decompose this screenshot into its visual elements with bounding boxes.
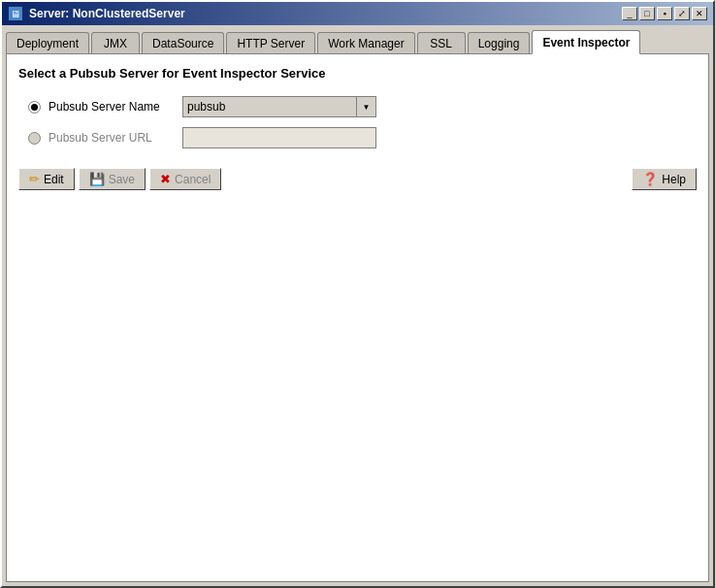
pubsub-name-select[interactable]: pubsub	[182, 96, 357, 117]
help-icon: ❓	[642, 172, 658, 186]
save-label: Save	[109, 173, 135, 186]
save-icon: 💾	[89, 172, 105, 186]
action-buttons: ✏ Edit 💾 Save ✖ Cancel ❓ Help	[18, 168, 697, 190]
restore-button[interactable]: □	[639, 7, 655, 20]
resize-button[interactable]: ⤢	[674, 7, 690, 20]
tab-content-event-inspector: Select a Pubsub Server for Event Inspect…	[6, 53, 709, 582]
tab-ssl[interactable]: SSL	[417, 32, 466, 54]
section-title: Select a Pubsub Server for Event Inspect…	[18, 66, 697, 81]
window-title: Server: NonClusteredServer	[29, 7, 185, 20]
edit-icon: ✏	[29, 172, 40, 186]
tab-datasource[interactable]: DataSource	[142, 32, 224, 54]
pubsub-url-label: Pubsub Server URL	[49, 131, 175, 145]
help-label: Help	[662, 173, 686, 186]
cancel-label: Cancel	[175, 173, 211, 186]
pubsub-name-row: Pubsub Server Name pubsub ▼	[28, 96, 697, 117]
pubsub-url-row: Pubsub Server URL	[28, 127, 697, 148]
main-window: 🖥 Server: NonClusteredServer _ □ ▪ ⤢ ✕ D…	[0, 0, 715, 588]
pubsub-name-label: Pubsub Server Name	[49, 100, 175, 114]
tabs-bar: Deployment JMX DataSource HTTP Server Wo…	[6, 29, 709, 53]
title-bar: 🖥 Server: NonClusteredServer _ □ ▪ ⤢ ✕	[2, 2, 713, 25]
cancel-button[interactable]: ✖ Cancel	[149, 168, 221, 190]
edit-label: Edit	[44, 173, 64, 186]
tab-jmx[interactable]: JMX	[91, 32, 140, 54]
edit-button[interactable]: ✏ Edit	[18, 168, 75, 190]
pubsub-name-radio[interactable]	[28, 101, 41, 114]
tab-event-inspector[interactable]: Event Inspector	[532, 30, 640, 54]
radio-group: Pubsub Server Name pubsub ▼ Pubsub Serve…	[28, 96, 697, 148]
cancel-icon: ✖	[160, 172, 171, 186]
tab-http-server[interactable]: HTTP Server	[226, 32, 315, 54]
help-button[interactable]: ❓ Help	[632, 168, 697, 190]
tab-deployment[interactable]: Deployment	[6, 32, 89, 54]
title-bar-left: 🖥 Server: NonClusteredServer	[8, 6, 185, 21]
pubsub-url-radio[interactable]	[28, 132, 41, 145]
pubsub-name-dropdown-wrapper: pubsub ▼	[182, 96, 376, 117]
minimize-button[interactable]: _	[622, 7, 637, 20]
maximize-button[interactable]: ▪	[657, 7, 672, 20]
pubsub-url-input[interactable]	[182, 127, 376, 148]
close-button[interactable]: ✕	[692, 7, 707, 20]
tab-logging[interactable]: Logging	[468, 32, 531, 54]
dropdown-arrow-icon[interactable]: ▼	[357, 96, 376, 117]
title-controls: _ □ ▪ ⤢ ✕	[622, 7, 707, 20]
save-button[interactable]: 💾 Save	[79, 168, 146, 190]
content-area: Deployment JMX DataSource HTTP Server Wo…	[2, 25, 713, 586]
server-icon: 🖥	[8, 6, 23, 21]
tab-work-manager[interactable]: Work Manager	[317, 32, 414, 54]
